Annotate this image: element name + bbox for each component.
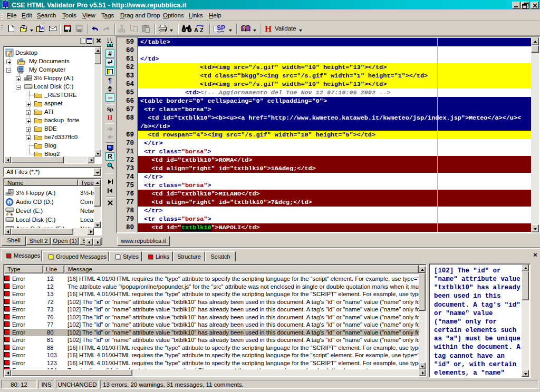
svg-text:A: A	[194, 27, 198, 33]
svg-text:?: ?	[243, 26, 246, 32]
svg-text:W: W	[40, 25, 45, 31]
svg-text:SP: SP	[217, 24, 225, 32]
svg-text:Z: Z	[200, 27, 204, 33]
svg-text:1: 1	[8, 201, 11, 204]
